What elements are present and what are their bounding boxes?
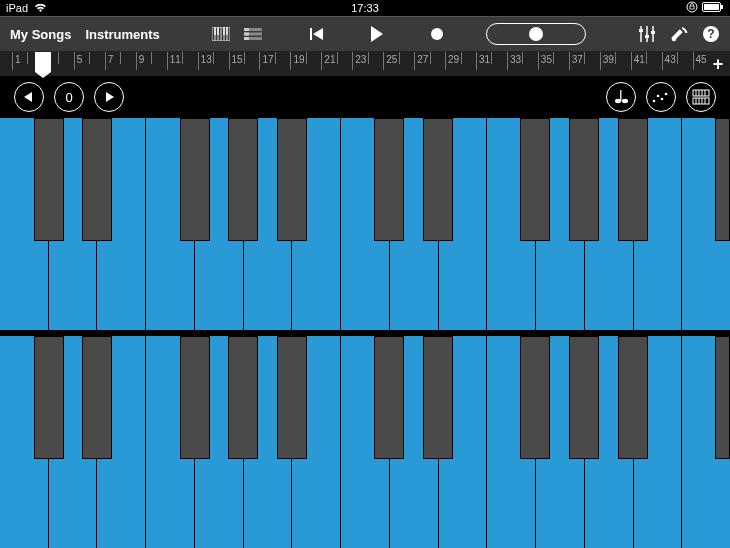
keyboard-area[interactable] [0, 118, 730, 548]
black-key[interactable] [423, 336, 453, 459]
note-value-button[interactable] [606, 82, 636, 112]
octave-down-button[interactable] [14, 82, 44, 112]
svg-rect-10 [214, 27, 216, 35]
black-key[interactable] [618, 118, 648, 241]
settings-icon[interactable] [670, 25, 688, 43]
upper-keyboard[interactable] [0, 118, 730, 330]
svg-point-39 [653, 100, 656, 103]
svg-rect-31 [671, 29, 682, 40]
svg-rect-43 [693, 90, 709, 96]
svg-point-23 [431, 28, 443, 40]
slider-thumb[interactable] [529, 27, 543, 41]
play-button[interactable] [370, 26, 384, 42]
status-bar: iPad 17:33 [0, 0, 730, 16]
black-key[interactable] [228, 336, 258, 459]
svg-marker-22 [371, 26, 383, 42]
svg-text:?: ? [707, 27, 714, 41]
svg-rect-18 [244, 33, 249, 36]
octave-display: 0 [54, 82, 84, 112]
record-button[interactable] [430, 27, 444, 41]
svg-rect-20 [310, 28, 312, 40]
svg-rect-2 [721, 5, 723, 9]
svg-rect-19 [244, 37, 249, 40]
lower-keyboard[interactable] [0, 330, 730, 548]
svg-point-41 [661, 98, 664, 101]
black-key[interactable] [520, 336, 550, 459]
black-key[interactable] [277, 336, 307, 459]
battery-icon [702, 2, 724, 14]
black-key[interactable] [82, 118, 112, 241]
wifi-icon [34, 3, 47, 13]
svg-point-36 [615, 99, 621, 103]
mixer-icon[interactable] [638, 26, 656, 42]
timeline-ruler[interactable]: 1357911131517192123252729313335373941434… [0, 52, 730, 76]
svg-rect-29 [651, 31, 655, 34]
svg-point-38 [622, 99, 628, 103]
instruments-button[interactable]: Instruments [85, 27, 159, 42]
svg-rect-48 [693, 98, 709, 104]
black-key[interactable] [715, 118, 730, 241]
octave-up-button[interactable] [94, 82, 124, 112]
help-icon[interactable]: ? [702, 25, 720, 43]
keyboard-layout-button[interactable] [686, 82, 716, 112]
black-key[interactable] [423, 118, 453, 241]
clock: 17:33 [351, 2, 379, 14]
black-key[interactable] [569, 118, 599, 241]
rewind-button[interactable] [310, 27, 324, 41]
black-key[interactable] [374, 118, 404, 241]
svg-marker-35 [106, 92, 114, 102]
master-volume-slider[interactable] [486, 23, 586, 45]
black-key[interactable] [520, 118, 550, 241]
main-toolbar: My Songs Instruments ? [0, 16, 730, 52]
black-key[interactable] [569, 336, 599, 459]
my-songs-button[interactable]: My Songs [10, 27, 71, 42]
playhead[interactable] [35, 52, 51, 72]
black-key[interactable] [277, 118, 307, 241]
keyboard-control-bar: 0 [0, 76, 730, 118]
ruler-track[interactable]: 1357911131517192123252729313335373941434… [12, 52, 708, 76]
tracks-view-icon[interactable] [244, 28, 262, 40]
black-key[interactable] [180, 336, 210, 459]
svg-point-40 [657, 95, 660, 98]
black-key[interactable] [34, 336, 64, 459]
arpeggiator-button[interactable] [646, 82, 676, 112]
svg-point-42 [665, 93, 668, 96]
black-key[interactable] [374, 336, 404, 459]
black-key[interactable] [82, 336, 112, 459]
svg-rect-25 [639, 29, 643, 32]
svg-rect-13 [226, 27, 228, 35]
black-key[interactable] [618, 336, 648, 459]
svg-marker-21 [313, 28, 323, 40]
svg-rect-11 [217, 27, 219, 35]
keyboard-view-icon[interactable] [212, 27, 230, 41]
svg-marker-34 [24, 92, 32, 102]
black-key[interactable] [715, 336, 730, 459]
black-key[interactable] [228, 118, 258, 241]
svg-rect-3 [704, 4, 719, 10]
orientation-lock-icon [686, 1, 698, 15]
svg-rect-12 [223, 27, 225, 35]
black-key[interactable] [180, 118, 210, 241]
device-label: iPad [6, 2, 28, 14]
add-section-button[interactable]: + [710, 54, 726, 75]
black-key[interactable] [34, 118, 64, 241]
svg-rect-17 [244, 28, 249, 31]
svg-rect-27 [645, 35, 649, 38]
